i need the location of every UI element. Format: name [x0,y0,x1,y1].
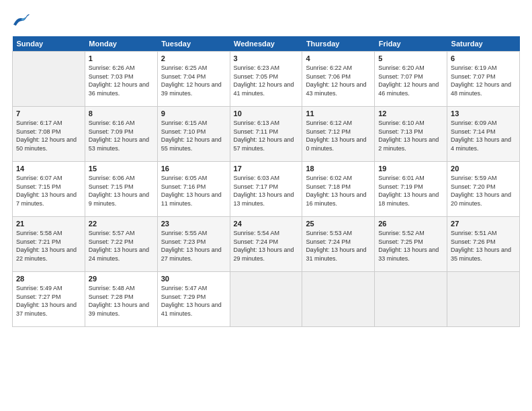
day-number: 4 [306,54,371,62]
calendar-cell: 26Sunrise: 5:52 AMSunset: 7:25 PMDayligh… [375,217,447,272]
calendar-cell: 25Sunrise: 5:53 AMSunset: 7:24 PMDayligh… [302,217,375,272]
calendar-week-3: 14Sunrise: 6:07 AMSunset: 7:15 PMDayligh… [13,162,520,217]
calendar-cell: 27Sunrise: 5:51 AMSunset: 7:26 PMDayligh… [447,217,520,272]
day-info: Sunrise: 6:17 AMSunset: 7:08 PMDaylight:… [16,119,81,152]
header [12,12,520,28]
day-info: Sunrise: 6:13 AMSunset: 7:11 PMDaylight:… [234,119,299,152]
day-number: 3 [234,54,299,62]
day-info: Sunrise: 6:06 AMSunset: 7:15 PMDaylight:… [89,174,154,208]
day-info: Sunrise: 6:03 AMSunset: 7:17 PMDaylight:… [234,174,299,208]
day-number: 25 [306,220,371,228]
calendar-cell: 29Sunrise: 5:48 AMSunset: 7:28 PMDayligh… [85,272,157,327]
day-info: Sunrise: 5:58 AMSunset: 7:21 PMDaylight:… [16,229,81,263]
day-number: 14 [16,165,81,173]
day-info: Sunrise: 5:59 AMSunset: 7:20 PMDaylight:… [451,174,516,208]
calendar-cell: 9Sunrise: 6:15 AMSunset: 7:10 PMDaylight… [157,107,230,162]
weekday-header-friday: Friday [375,36,447,52]
calendar-cell: 1Sunrise: 6:26 AMSunset: 7:03 PMDaylight… [85,52,157,107]
day-info: Sunrise: 5:54 AMSunset: 7:24 PMDaylight:… [234,229,299,263]
calendar-cell: 24Sunrise: 5:54 AMSunset: 7:24 PMDayligh… [230,217,302,272]
day-number: 26 [378,220,443,228]
calendar-cell: 19Sunrise: 6:01 AMSunset: 7:19 PMDayligh… [375,162,447,217]
calendar-body: 1Sunrise: 6:26 AMSunset: 7:03 PMDaylight… [13,52,520,327]
day-number: 27 [451,220,516,228]
day-info: Sunrise: 6:02 AMSunset: 7:18 PMDaylight:… [306,174,371,208]
calendar-cell: 6Sunrise: 6:19 AMSunset: 7:07 PMDaylight… [447,52,520,107]
calendar-cell: 14Sunrise: 6:07 AMSunset: 7:15 PMDayligh… [13,162,85,217]
weekday-header-sunday: Sunday [13,36,85,52]
day-info: Sunrise: 5:48 AMSunset: 7:28 PMDaylight:… [89,284,154,318]
calendar-table: SundayMondayTuesdayWednesdayThursdayFrid… [12,36,520,327]
day-number: 8 [89,109,154,118]
day-info: Sunrise: 5:53 AMSunset: 7:24 PMDaylight:… [306,229,371,263]
day-info: Sunrise: 6:09 AMSunset: 7:14 PMDaylight:… [451,119,516,152]
calendar-cell: 23Sunrise: 5:55 AMSunset: 7:23 PMDayligh… [157,217,230,272]
weekday-header-tuesday: Tuesday [157,36,230,52]
day-info: Sunrise: 6:10 AMSunset: 7:13 PMDaylight:… [378,119,443,152]
calendar-cell: 2Sunrise: 6:25 AMSunset: 7:04 PMDaylight… [157,52,230,107]
day-info: Sunrise: 5:51 AMSunset: 7:26 PMDaylight:… [451,229,516,263]
day-number: 28 [16,275,81,283]
day-info: Sunrise: 5:52 AMSunset: 7:25 PMDaylight:… [378,229,443,263]
day-number: 21 [16,220,81,228]
day-info: Sunrise: 6:01 AMSunset: 7:19 PMDaylight:… [378,174,443,208]
calendar-cell [230,272,302,327]
calendar-cell: 28Sunrise: 5:49 AMSunset: 7:27 PMDayligh… [13,272,85,327]
weekday-header-monday: Monday [85,36,157,52]
day-info: Sunrise: 6:19 AMSunset: 7:07 PMDaylight:… [451,64,516,97]
calendar-cell: 17Sunrise: 6:03 AMSunset: 7:17 PMDayligh… [230,162,302,217]
calendar-cell: 13Sunrise: 6:09 AMSunset: 7:14 PMDayligh… [447,107,520,162]
day-info: Sunrise: 5:49 AMSunset: 7:27 PMDaylight:… [16,284,81,318]
day-number: 20 [451,165,516,173]
page: SundayMondayTuesdayWednesdayThursdayFrid… [0,0,532,411]
calendar-cell: 5Sunrise: 6:20 AMSunset: 7:07 PMDaylight… [375,52,447,107]
day-number: 9 [161,109,226,118]
calendar-cell [447,272,520,327]
calendar-week-1: 1Sunrise: 6:26 AMSunset: 7:03 PMDaylight… [13,52,520,107]
calendar-cell: 7Sunrise: 6:17 AMSunset: 7:08 PMDaylight… [13,107,85,162]
day-number: 24 [234,220,299,228]
day-number: 16 [161,165,226,173]
calendar-week-2: 7Sunrise: 6:17 AMSunset: 7:08 PMDaylight… [13,107,520,162]
day-number: 18 [306,165,371,173]
calendar-cell: 16Sunrise: 6:05 AMSunset: 7:16 PMDayligh… [157,162,230,217]
day-info: Sunrise: 6:16 AMSunset: 7:09 PMDaylight:… [89,119,154,152]
calendar-cell: 11Sunrise: 6:12 AMSunset: 7:12 PMDayligh… [302,107,375,162]
day-number: 6 [451,54,516,62]
calendar-cell: 30Sunrise: 5:47 AMSunset: 7:29 PMDayligh… [157,272,230,327]
day-number: 5 [378,54,443,62]
day-info: Sunrise: 6:15 AMSunset: 7:10 PMDaylight:… [161,119,226,152]
day-info: Sunrise: 5:47 AMSunset: 7:29 PMDaylight:… [161,284,226,318]
day-number: 7 [16,109,81,118]
day-info: Sunrise: 6:22 AMSunset: 7:06 PMDaylight:… [306,64,371,97]
day-number: 17 [234,165,299,173]
logo [12,12,34,28]
calendar-cell: 12Sunrise: 6:10 AMSunset: 7:13 PMDayligh… [375,107,447,162]
day-number: 10 [234,109,299,118]
day-number: 30 [161,275,226,283]
calendar-cell: 18Sunrise: 6:02 AMSunset: 7:18 PMDayligh… [302,162,375,217]
day-number: 29 [89,275,154,283]
calendar-cell [375,272,447,327]
calendar-cell [13,52,85,107]
day-number: 12 [378,109,443,118]
calendar-cell: 15Sunrise: 6:06 AMSunset: 7:15 PMDayligh… [85,162,157,217]
day-number: 19 [378,165,443,173]
day-number: 22 [89,220,154,228]
calendar-cell: 20Sunrise: 5:59 AMSunset: 7:20 PMDayligh… [447,162,520,217]
day-number: 11 [306,109,371,118]
day-info: Sunrise: 6:23 AMSunset: 7:05 PMDaylight:… [234,64,299,97]
weekday-header-row: SundayMondayTuesdayWednesdayThursdayFrid… [13,36,520,52]
day-info: Sunrise: 6:07 AMSunset: 7:15 PMDaylight:… [16,174,81,208]
calendar-cell: 10Sunrise: 6:13 AMSunset: 7:11 PMDayligh… [230,107,302,162]
weekday-header-wednesday: Wednesday [230,36,302,52]
calendar-cell: 3Sunrise: 6:23 AMSunset: 7:05 PMDaylight… [230,52,302,107]
day-info: Sunrise: 6:20 AMSunset: 7:07 PMDaylight:… [378,64,443,97]
logo-bird-icon [12,12,31,28]
day-number: 1 [89,54,154,62]
calendar-cell [302,272,375,327]
day-info: Sunrise: 6:26 AMSunset: 7:03 PMDaylight:… [89,64,154,97]
calendar-cell: 22Sunrise: 5:57 AMSunset: 7:22 PMDayligh… [85,217,157,272]
calendar-week-5: 28Sunrise: 5:49 AMSunset: 7:27 PMDayligh… [13,272,520,327]
day-info: Sunrise: 5:57 AMSunset: 7:22 PMDaylight:… [89,229,154,263]
